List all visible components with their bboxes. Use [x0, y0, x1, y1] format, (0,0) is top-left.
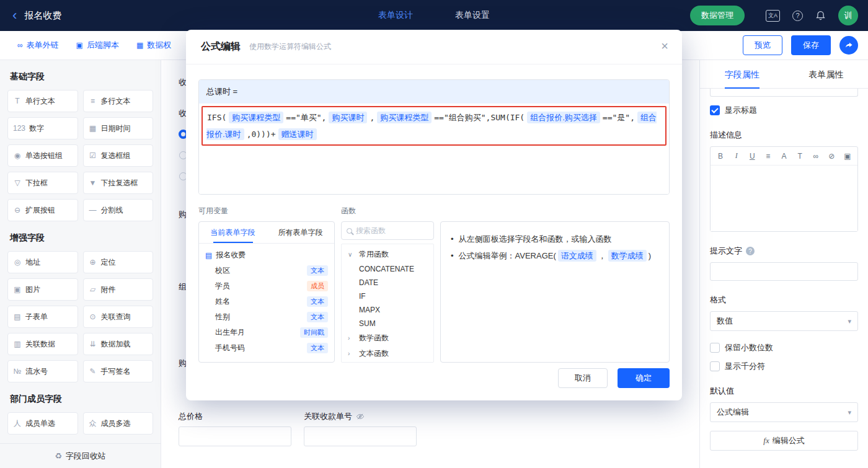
chevron-down-icon: ▾ — [848, 317, 851, 325]
function-item[interactable]: IF — [342, 289, 433, 303]
function-item[interactable]: ∨ 常用函数 — [342, 247, 433, 262]
font-size-icon[interactable]: T — [795, 152, 804, 161]
field-type-button[interactable]: ⊕ 定位 — [83, 251, 154, 273]
formula-token[interactable]: 赠送课时 — [278, 128, 317, 140]
field-type-button[interactable]: ▽ 下拉框 — [7, 172, 78, 194]
notification-bell-icon[interactable] — [815, 11, 826, 21]
field-type-button[interactable]: ◉ 单选按钮组 — [7, 144, 78, 167]
user-avatar[interactable]: 训 — [838, 6, 858, 25]
field-type-button[interactable]: ✎ 手写签名 — [83, 360, 154, 382]
field-type-button[interactable]: 123 数字 — [7, 117, 78, 139]
align-icon[interactable]: ≡ — [764, 152, 773, 161]
formula-input-area[interactable]: IFS(购买课程类型=="单买",购买课时,购买课程类型=="组合购买",SUM… — [199, 104, 669, 194]
toolbar-link-icon: ▣ — [76, 41, 83, 50]
variable-item[interactable]: 校区 文本 — [204, 263, 329, 278]
translate-icon[interactable]: 文A — [766, 10, 780, 22]
thousands-separator-checkbox[interactable] — [710, 361, 720, 371]
link-icon[interactable]: ∞ — [812, 152, 820, 161]
formula-token[interactable]: 组合报价.购买选择 — [527, 112, 600, 123]
function-item[interactable]: SUM — [342, 317, 433, 330]
variable-type-tag: 时间戳 — [300, 327, 328, 338]
tab-form-properties[interactable]: 表单属性 — [784, 60, 868, 88]
image-icon[interactable]: ▣ — [843, 152, 852, 161]
total-price-input[interactable] — [179, 426, 291, 446]
function-item[interactable]: › 数学函数 — [342, 330, 433, 346]
data-manage-button[interactable]: 数据管理 — [690, 6, 745, 25]
function-search-input[interactable] — [356, 226, 428, 235]
form-node[interactable]: ▤ 报名收费 — [204, 247, 329, 263]
confirm-button[interactable]: 确定 — [618, 368, 670, 388]
toolbar-link[interactable]: ▦ 数据权 — [136, 40, 171, 51]
field-type-button[interactable]: ⇊ 数据加载 — [83, 333, 154, 355]
function-item[interactable]: MAPX — [342, 303, 433, 317]
field-type-button[interactable]: ▼ 下拉复选框 — [83, 172, 154, 194]
hint-input[interactable] — [710, 262, 858, 281]
clipped-input[interactable] — [710, 89, 858, 97]
field-type-button[interactable]: ▦ 日期时间 — [83, 117, 154, 139]
hint-label: 提示文字 — [710, 245, 742, 257]
toolbar-link[interactable]: ▣ 后端脚本 — [76, 40, 119, 51]
function-item[interactable]: › 文本函数 — [342, 346, 433, 361]
formula-token[interactable]: =="组合购买",SUM(IF( — [434, 113, 525, 122]
field-type-icon: ◉ — [13, 151, 22, 160]
variable-item[interactable]: 学员 成员 — [204, 278, 329, 294]
field-type-button[interactable]: ⊙ 关联查询 — [83, 306, 154, 328]
format-select[interactable]: 数值 ▾ — [710, 311, 858, 331]
tab-form-design[interactable]: 表单设计 — [378, 10, 413, 21]
formula-token[interactable]: 购买课程类型 — [377, 112, 432, 123]
function-search — [341, 221, 434, 240]
variable-item[interactable]: 性别 文本 — [204, 309, 329, 325]
show-title-checkbox[interactable] — [710, 105, 720, 115]
formula-token[interactable]: ,0)))+ — [247, 130, 276, 139]
function-item[interactable]: CONCATENATE — [342, 262, 433, 276]
field-type-button[interactable]: ⊖ 扩展按钮 — [7, 199, 78, 221]
formula-token[interactable]: IFS( — [207, 113, 226, 122]
field-type-button[interactable]: ◎ 地址 — [7, 251, 78, 273]
toolbar-link[interactable]: ∞ 表单外链 — [17, 40, 59, 51]
unlink-icon[interactable]: ⊘ — [827, 152, 836, 161]
edit-formula-label: 编辑公式 — [773, 435, 805, 446]
field-type-button[interactable]: ▤ 子表单 — [7, 306, 78, 328]
keep-decimals-checkbox[interactable] — [710, 343, 720, 353]
field-type-button[interactable]: 众 成员多选 — [83, 412, 154, 435]
description-textarea[interactable] — [711, 166, 857, 231]
field-type-button[interactable]: — 分割线 — [83, 199, 154, 221]
variable-item[interactable]: 姓名 文本 — [204, 294, 329, 309]
edit-formula-button[interactable]: fx 编辑公式 — [710, 431, 858, 451]
share-button[interactable] — [839, 36, 858, 55]
field-type-button[interactable]: ▱ 附件 — [83, 278, 154, 301]
field-type-button[interactable]: ☑ 复选框组 — [83, 144, 154, 167]
field-type-button[interactable]: 人 成员单选 — [7, 412, 78, 435]
font-color-icon[interactable]: A — [780, 152, 789, 161]
field-type-button[interactable]: T 单行文本 — [7, 90, 78, 112]
cancel-button[interactable]: 取消 — [558, 368, 608, 388]
formula-token[interactable]: =="是", — [603, 113, 635, 122]
back-icon[interactable]: ‹ — [12, 9, 17, 22]
tab-field-properties[interactable]: 字段属性 — [700, 60, 784, 88]
tab-all-form-fields[interactable]: 所有表单字段 — [267, 222, 334, 243]
tab-form-settings[interactable]: 表单设置 — [455, 10, 490, 21]
field-type-button[interactable]: ≡ 多行文本 — [83, 90, 154, 112]
underline-icon[interactable]: U — [748, 152, 756, 161]
default-value-select[interactable]: 公式编辑 ▾ — [710, 402, 858, 422]
formula-token[interactable]: =="单买", — [286, 113, 326, 122]
variable-item[interactable]: 出生年月 时间戳 — [204, 325, 329, 340]
bold-icon[interactable]: B — [716, 152, 725, 161]
question-icon[interactable]: ? — [746, 247, 755, 255]
close-icon[interactable]: × — [661, 40, 668, 52]
field-type-button[interactable]: № 流水号 — [7, 360, 78, 382]
italic-icon[interactable]: I — [732, 151, 741, 161]
formula-token[interactable]: 购买课程类型 — [229, 112, 283, 123]
field-type-button[interactable]: ▥ 关联数据 — [7, 333, 78, 355]
variable-item[interactable]: 手机号码 文本 — [204, 340, 329, 356]
preview-button[interactable]: 预览 — [743, 35, 782, 55]
formula-token[interactable]: 购买课时 — [329, 112, 367, 123]
tab-current-form-fields[interactable]: 当前表单字段 — [199, 222, 267, 243]
save-button[interactable]: 保存 — [791, 35, 831, 55]
formula-token[interactable]: , — [370, 113, 374, 122]
help-icon[interactable]: ? — [792, 11, 803, 21]
related-receipt-input[interactable] — [304, 426, 417, 446]
field-type-button[interactable]: ▣ 图片 — [7, 278, 78, 301]
field-recycle-bin[interactable]: ♻ 字段回收站 — [0, 443, 161, 468]
function-item[interactable]: DATE — [342, 276, 433, 289]
